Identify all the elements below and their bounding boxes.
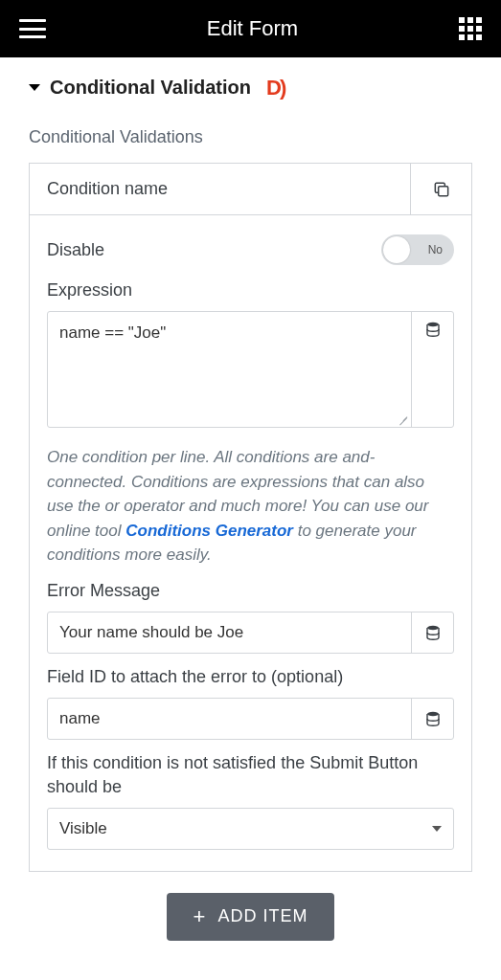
top-bar: Edit Form bbox=[0, 0, 501, 57]
apps-grid-icon[interactable] bbox=[459, 17, 482, 40]
fieldid-input[interactable] bbox=[48, 699, 411, 739]
disable-label: Disable bbox=[47, 240, 104, 260]
content-area: Conditional Validation D) Conditional Va… bbox=[0, 57, 501, 969]
error-data-button[interactable] bbox=[411, 612, 453, 653]
database-icon bbox=[425, 322, 441, 337]
copy-button[interactable] bbox=[410, 164, 471, 214]
submit-behavior-label: If this condition is not satisfied the S… bbox=[47, 751, 454, 798]
section-title: Conditional Validation bbox=[50, 77, 251, 99]
subheading: Conditional Validations bbox=[29, 127, 472, 147]
error-message-input[interactable] bbox=[48, 612, 411, 653]
copy-icon bbox=[432, 180, 451, 199]
panel-body: Disable No Expression bbox=[30, 215, 471, 871]
toggle-state-label: No bbox=[428, 243, 443, 256]
caret-down-icon bbox=[29, 84, 40, 91]
conditions-generator-link[interactable]: Conditions Generator bbox=[125, 522, 293, 540]
fieldid-row bbox=[47, 698, 454, 740]
add-item-button[interactable]: + ADD ITEM bbox=[167, 893, 335, 941]
error-message-row bbox=[47, 612, 454, 654]
toggle-knob bbox=[383, 236, 410, 263]
svg-point-2 bbox=[427, 626, 439, 630]
expression-helper: One condition per line. All conditions a… bbox=[47, 445, 454, 568]
error-message-label: Error Message bbox=[47, 579, 454, 602]
chevron-down-icon bbox=[432, 826, 442, 832]
fieldid-label: Field ID to attach the error to (optiona… bbox=[47, 665, 454, 688]
panel-header: Condition name bbox=[30, 164, 471, 215]
section-header[interactable]: Conditional Validation D) bbox=[29, 77, 472, 99]
svg-rect-0 bbox=[438, 186, 447, 195]
disable-toggle[interactable]: No bbox=[381, 234, 454, 265]
condition-panel: Condition name Disable No Expression bbox=[29, 163, 472, 872]
page-title: Edit Form bbox=[46, 16, 459, 41]
submit-behavior-select[interactable]: Visible bbox=[47, 808, 454, 850]
condition-name-label: Condition name bbox=[30, 164, 410, 214]
svg-point-1 bbox=[427, 323, 439, 326]
expression-data-button[interactable] bbox=[411, 312, 453, 427]
fieldid-data-button[interactable] bbox=[411, 699, 453, 739]
database-icon bbox=[425, 711, 441, 726]
add-item-label: ADD ITEM bbox=[217, 906, 307, 926]
database-icon bbox=[425, 625, 441, 640]
brand-d-icon: D) bbox=[266, 78, 285, 99]
disable-row: Disable No bbox=[47, 234, 454, 265]
plus-icon: + bbox=[194, 906, 207, 927]
expression-label: Expression bbox=[47, 278, 454, 301]
expression-input-row bbox=[47, 311, 454, 428]
expression-textarea[interactable] bbox=[48, 312, 411, 427]
menu-icon[interactable] bbox=[19, 19, 46, 38]
submit-behavior-value: Visible bbox=[59, 819, 107, 838]
svg-point-3 bbox=[427, 712, 439, 716]
